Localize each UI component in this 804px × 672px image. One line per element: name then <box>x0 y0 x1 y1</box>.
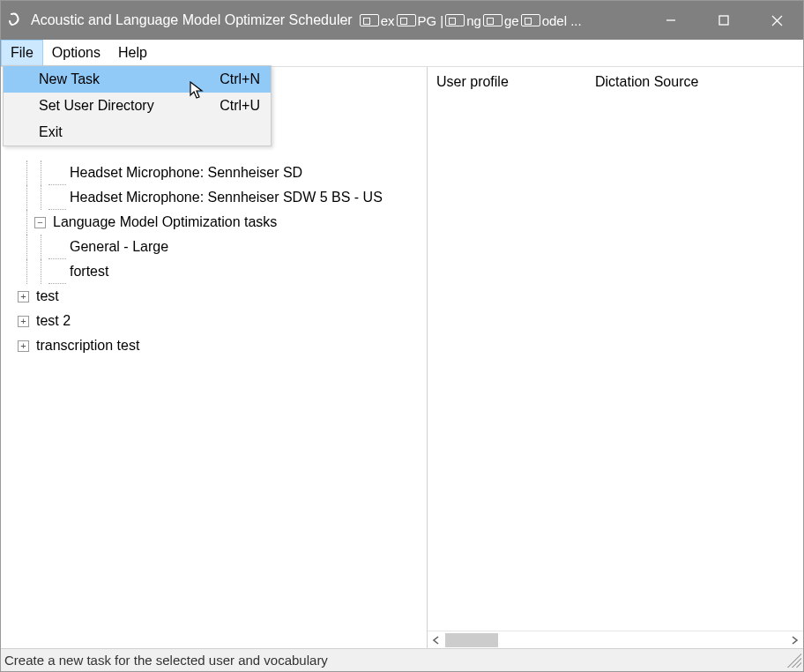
column-user-profile[interactable]: User profile <box>435 74 593 90</box>
minimize-button[interactable] <box>644 1 697 40</box>
scrollbar-track[interactable] <box>445 633 785 647</box>
horizontal-scrollbar[interactable] <box>428 631 803 648</box>
maximize-button[interactable] <box>697 1 750 40</box>
menu-item-shortcut: Ctrl+N <box>220 71 260 87</box>
menu-help[interactable]: Help <box>109 40 156 66</box>
menu-item-label: New Task <box>39 71 100 87</box>
content-area: Headset Microphone: Sennheiser SD Headse… <box>1 66 803 648</box>
title-glyph-icon <box>445 14 465 26</box>
expand-icon[interactable]: + <box>18 316 29 327</box>
window-title: Acoustic and Language Model Optimizer Sc… <box>31 12 353 28</box>
tree-item-label: test <box>33 288 59 304</box>
tree-item[interactable]: − Language Model Optimization tasks <box>6 210 421 235</box>
menu-item-label: Set User Directory <box>39 98 154 114</box>
details-header: User profile Dictation Source <box>428 67 803 97</box>
titlebar: Acoustic and Language Model Optimizer Sc… <box>1 1 803 40</box>
menu-new-task[interactable]: New Task Ctrl+N <box>4 66 271 93</box>
column-dictation-source[interactable]: Dictation Source <box>593 74 698 90</box>
tree-item[interactable]: + transcription test <box>6 333 421 358</box>
tree-item-label: General - Large <box>66 239 168 255</box>
scroll-left-icon[interactable] <box>428 632 445 647</box>
menu-item-shortcut: Ctrl+U <box>220 98 260 114</box>
tree-item-label: Headset Microphone: Sennheiser SD <box>66 165 302 181</box>
details-panel: User profile Dictation Source <box>428 67 803 648</box>
scrollbar-thumb[interactable] <box>445 633 498 647</box>
details-body <box>428 97 803 631</box>
menu-item-label: Exit <box>39 124 63 140</box>
tree-item[interactable]: Headset Microphone: Sennheiser SD <box>6 161 421 185</box>
tree-item[interactable]: + test <box>6 284 421 309</box>
collapse-icon[interactable]: − <box>34 217 46 228</box>
tree-item-label: transcription test <box>33 338 139 354</box>
title-glyph-icon <box>360 14 379 26</box>
menu-options[interactable]: Options <box>43 40 109 66</box>
title-glyph-icon <box>483 14 502 26</box>
close-button[interactable] <box>750 1 803 40</box>
tree-item[interactable]: General - Large <box>6 235 421 259</box>
expand-icon[interactable]: + <box>18 291 29 302</box>
title-glyph-icon <box>397 14 416 26</box>
tree-item-label: test 2 <box>33 313 71 329</box>
resize-grip-icon[interactable] <box>787 653 801 668</box>
expand-icon[interactable]: + <box>18 340 29 352</box>
file-dropdown: New Task Ctrl+N Set User Directory Ctrl+… <box>3 65 272 146</box>
statusbar: Create a new task for the selected user … <box>1 648 803 671</box>
tree-item[interactable]: + test 2 <box>6 309 421 333</box>
svg-rect-1 <box>719 16 728 25</box>
menu-set-user-directory[interactable]: Set User Directory Ctrl+U <box>4 93 271 119</box>
menu-exit[interactable]: Exit <box>4 119 271 146</box>
tree-panel: Headset Microphone: Sennheiser SD Headse… <box>1 67 428 648</box>
tree-item[interactable]: Headset Microphone: Sennheiser SDW 5 BS … <box>6 185 421 210</box>
tree-item-label: Language Model Optimization tasks <box>49 214 277 230</box>
menu-file[interactable]: File <box>1 40 43 66</box>
app-icon <box>6 11 24 29</box>
tree-item[interactable]: fortest <box>6 259 421 284</box>
tree-item-label: fortest <box>66 264 108 280</box>
tree-item-label: Headset Microphone: Sennheiser SDW 5 BS … <box>66 190 383 205</box>
scroll-right-icon[interactable] <box>785 632 803 647</box>
menubar: File Options Help <box>1 40 803 66</box>
title-extra: ex PG | ng ge odel ... <box>358 13 582 28</box>
title-glyph-icon <box>521 14 540 26</box>
status-text: Create a new task for the selected user … <box>4 653 328 668</box>
